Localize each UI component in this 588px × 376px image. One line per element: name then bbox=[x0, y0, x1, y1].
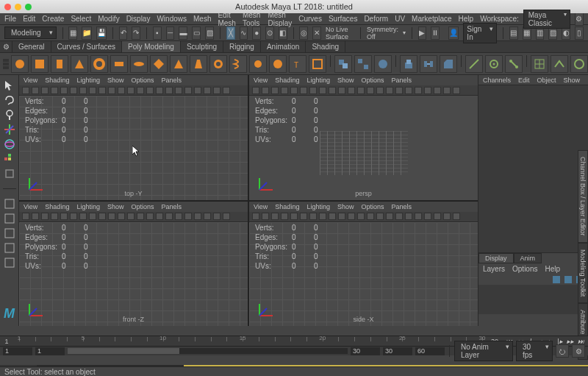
vp-tool-icon[interactable] bbox=[338, 213, 345, 220]
shelf-prism-button[interactable] bbox=[190, 55, 207, 73]
vp-tool-icon[interactable] bbox=[300, 87, 307, 94]
workspace-selector[interactable]: Maya Classic bbox=[523, 10, 570, 29]
vp-tool-icon[interactable] bbox=[395, 87, 403, 94]
cb-menu-edit[interactable]: Edit bbox=[518, 77, 530, 84]
vp-menu-panels[interactable]: Panels bbox=[391, 203, 412, 210]
vp-tool-icon[interactable] bbox=[175, 87, 182, 94]
menu-create[interactable]: Create bbox=[42, 15, 64, 23]
snap-center-icon[interactable]: ⊙ bbox=[265, 26, 274, 40]
shelf-plane-button[interactable] bbox=[110, 55, 128, 73]
shelf-separate-button[interactable] bbox=[354, 55, 372, 73]
vp-tool-icon[interactable] bbox=[60, 213, 68, 220]
shelf-cube-button[interactable] bbox=[31, 55, 49, 73]
sel-obj-icon[interactable]: ▭ bbox=[192, 26, 201, 40]
viewport-top[interactable]: ViewShadingLightingShowOptionsPanelsVert… bbox=[19, 75, 248, 200]
side-tab-channel-box-layer-editor[interactable]: Channel Box / Layer Editor bbox=[578, 150, 588, 243]
vp-tool-icon[interactable] bbox=[338, 87, 345, 94]
window-minimize[interactable] bbox=[15, 4, 21, 10]
playback-end[interactable]: 30 bbox=[351, 347, 380, 355]
vp-tool-icon[interactable] bbox=[184, 87, 192, 94]
shelf-bridge-button[interactable] bbox=[420, 55, 437, 73]
layout-four[interactable] bbox=[2, 211, 17, 226]
play-to-end[interactable]: ⏭ bbox=[576, 338, 585, 345]
menu-marketplace[interactable]: Marketplace bbox=[412, 15, 451, 23]
vp-tool-icon[interactable] bbox=[156, 213, 163, 220]
prefs-icon[interactable]: ⚙ bbox=[572, 344, 585, 358]
vp-menu-view[interactable]: View bbox=[24, 203, 37, 210]
vp-tool-icon[interactable] bbox=[329, 213, 336, 220]
shelf-tab-poly-modeling[interactable]: Poly Modeling bbox=[121, 40, 181, 52]
vp-tool-icon[interactable] bbox=[395, 213, 403, 220]
vp-menu-show[interactable]: Show bbox=[107, 203, 124, 210]
shelf-cone-button[interactable] bbox=[71, 55, 88, 73]
range-slider[interactable]: 1 1 30 30 60 No Anim Layer 30 fps ⭮ ⚙ bbox=[0, 346, 588, 355]
layer-menu-help[interactable]: Help bbox=[545, 265, 560, 273]
vp-tool-icon[interactable] bbox=[386, 87, 393, 94]
shelf-cylinder-button[interactable] bbox=[51, 55, 68, 73]
vp-tool-icon[interactable] bbox=[348, 213, 355, 220]
vp-tool-icon[interactable] bbox=[329, 87, 336, 94]
play-key-fwd[interactable]: |▸ bbox=[556, 338, 564, 345]
layer-tab-display[interactable]: Display bbox=[478, 253, 514, 263]
vp-tool-icon[interactable] bbox=[51, 87, 58, 94]
vp-menu-shading[interactable]: Shading bbox=[45, 77, 69, 84]
menu-deform[interactable]: Deform bbox=[364, 15, 388, 23]
vp-tool-icon[interactable] bbox=[156, 87, 163, 94]
shelf-bevel-button[interactable] bbox=[440, 55, 457, 73]
vp-tool-icon[interactable] bbox=[271, 87, 279, 94]
shelf-gear-button[interactable] bbox=[249, 55, 267, 73]
layout-persp-outliner[interactable] bbox=[2, 241, 17, 255]
shelf-type-button[interactable]: T bbox=[289, 55, 306, 73]
snap-view-icon[interactable]: ◧ bbox=[279, 26, 287, 40]
tool-move[interactable] bbox=[2, 122, 17, 137]
vp-tool-icon[interactable] bbox=[405, 87, 412, 94]
vp-tool-icon[interactable] bbox=[137, 87, 144, 94]
auto-key-icon[interactable]: ⭮ bbox=[556, 344, 569, 358]
vp-tool-icon[interactable] bbox=[79, 213, 87, 220]
vp-tool-icon[interactable] bbox=[51, 213, 58, 220]
vp-menu-lighting[interactable]: Lighting bbox=[76, 77, 100, 84]
vp-menu-panels[interactable]: Panels bbox=[161, 203, 182, 210]
viewport-side[interactable]: ViewShadingLightingShowOptionsPanelsVert… bbox=[249, 202, 478, 327]
vp-tool-icon[interactable] bbox=[424, 213, 431, 220]
playback-toggle-icon[interactable]: ▶ bbox=[418, 26, 427, 40]
shelf-tab-rigging[interactable]: Rigging bbox=[223, 40, 261, 52]
shelf-sculpt-button[interactable] bbox=[570, 55, 588, 73]
range-end[interactable]: 30 bbox=[383, 347, 412, 355]
vp-tool-icon[interactable] bbox=[357, 87, 365, 94]
shelf-handle[interactable] bbox=[3, 55, 9, 73]
range-start[interactable]: 1 bbox=[3, 347, 32, 355]
shelf-sphere-button[interactable] bbox=[11, 55, 29, 73]
vp-menu-shading[interactable]: Shading bbox=[275, 203, 299, 210]
open-scene-icon[interactable]: 📁 bbox=[82, 26, 92, 40]
vp-menu-options[interactable]: Options bbox=[361, 203, 384, 210]
vp-tool-icon[interactable] bbox=[89, 87, 96, 94]
vp-tool-icon[interactable] bbox=[32, 87, 39, 94]
vp-tool-icon[interactable] bbox=[367, 213, 374, 220]
vp-tool-icon[interactable] bbox=[22, 87, 29, 94]
vp-tool-icon[interactable] bbox=[60, 87, 68, 94]
vp-tool-icon[interactable] bbox=[376, 213, 384, 220]
vp-tool-icon[interactable] bbox=[175, 213, 182, 220]
shelf-tab-general[interactable]: General bbox=[12, 40, 51, 52]
workspace-opts-icon[interactable]: ⚙ bbox=[575, 13, 584, 26]
live-surface-icon[interactable]: ◎ bbox=[299, 26, 308, 40]
channel-box-area[interactable] bbox=[478, 85, 588, 252]
viewport-front[interactable]: ViewShadingLightingShowOptionsPanelsVert… bbox=[19, 202, 248, 327]
vp-tool-icon[interactable] bbox=[223, 87, 230, 94]
shelf-tab-curves-surfaces[interactable]: Curves / Surfaces bbox=[51, 40, 122, 52]
vp-tool-icon[interactable] bbox=[434, 213, 441, 220]
vp-tool-icon[interactable] bbox=[98, 213, 106, 220]
shelf-multicut-button[interactable] bbox=[465, 55, 483, 73]
symmetry-dropdown-icon[interactable]: ▾ bbox=[403, 29, 406, 36]
vp-tool-icon[interactable] bbox=[453, 213, 460, 220]
vp-menu-options[interactable]: Options bbox=[131, 203, 154, 210]
shelf-svg-button[interactable] bbox=[309, 55, 326, 73]
vp-tool-icon[interactable] bbox=[348, 87, 355, 94]
menu-file[interactable]: File bbox=[4, 15, 16, 23]
vp-tool-icon[interactable] bbox=[281, 87, 288, 94]
new-scene-icon[interactable]: ▦ bbox=[68, 26, 77, 40]
range-end2[interactable]: 60 bbox=[415, 347, 445, 355]
vp-tool-icon[interactable] bbox=[415, 213, 422, 220]
vp-tool-icon[interactable] bbox=[41, 87, 49, 94]
